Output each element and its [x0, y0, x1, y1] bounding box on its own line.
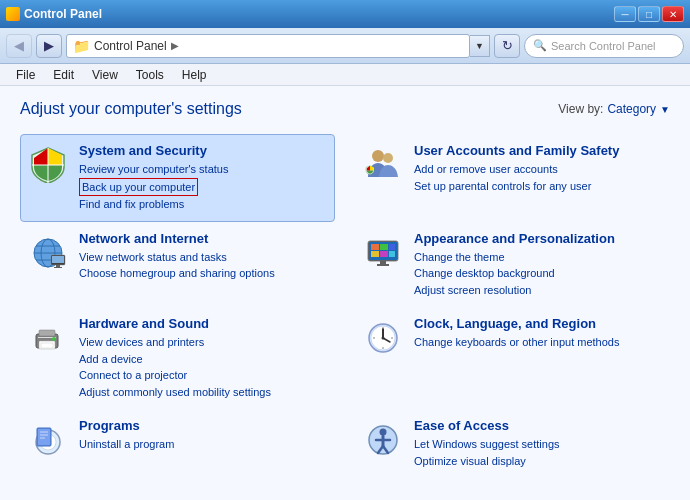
hardware-link-0[interactable]: View devices and printers — [79, 334, 328, 351]
svg-rect-43 — [38, 429, 50, 445]
hardware-link-2[interactable]: Connect to a projector — [79, 367, 328, 384]
close-button[interactable]: ✕ — [662, 6, 684, 22]
system-security-icon — [27, 143, 69, 185]
back-button[interactable]: ◀ — [6, 34, 32, 58]
menu-tools[interactable]: Tools — [128, 66, 172, 84]
content-area: Adjust your computer's settings View by:… — [0, 86, 690, 500]
ease-of-access-title[interactable]: Ease of Access — [414, 418, 663, 433]
window-icon — [6, 7, 20, 21]
address-dropdown-button[interactable]: ▼ — [470, 35, 490, 57]
ease-of-access-icon — [362, 418, 404, 460]
system-security-link-2[interactable]: Find and fix problems — [79, 196, 328, 213]
category-network[interactable]: Network and Internet View network status… — [20, 222, 335, 308]
search-icon: 🔍 — [533, 39, 547, 52]
hardware-link-1[interactable]: Add a device — [79, 351, 328, 368]
refresh-button[interactable]: ↻ — [494, 34, 520, 58]
content-header: Adjust your computer's settings View by:… — [20, 100, 670, 118]
minimize-button[interactable]: ─ — [614, 6, 636, 22]
system-security-link-0[interactable]: Review your computer's status — [79, 161, 328, 178]
category-system-security[interactable]: System and Security Review your computer… — [20, 134, 335, 222]
user-accounts-icon — [362, 143, 404, 185]
menu-help[interactable]: Help — [174, 66, 215, 84]
title-bar-controls: ─ □ ✕ — [614, 6, 684, 22]
appearance-title[interactable]: Appearance and Personalization — [414, 231, 663, 246]
svg-point-27 — [52, 337, 56, 341]
svg-rect-10 — [52, 256, 64, 263]
menu-bar: File Edit View Tools Help — [0, 64, 690, 86]
svg-point-3 — [383, 153, 393, 163]
svg-rect-16 — [380, 244, 388, 250]
title-bar: Control Panel ─ □ ✕ — [0, 0, 690, 28]
appearance-icon — [362, 231, 404, 273]
menu-file[interactable]: File — [8, 66, 43, 84]
programs-link-0[interactable]: Uninstall a program — [79, 436, 328, 453]
appearance-link-0[interactable]: Change the theme — [414, 249, 663, 266]
view-by-value[interactable]: Category — [607, 102, 656, 116]
settings-grid: System and Security Review your computer… — [20, 134, 670, 478]
svg-rect-22 — [377, 264, 389, 266]
window-title: Control Panel — [24, 7, 102, 21]
system-security-content: System and Security Review your computer… — [79, 143, 328, 213]
svg-rect-28 — [41, 343, 53, 348]
user-accounts-content: User Accounts and Family Safety Add or r… — [414, 143, 663, 194]
search-bar[interactable]: 🔍 Search Control Panel — [524, 34, 684, 58]
svg-rect-12 — [54, 267, 62, 268]
address-bar[interactable]: 📁 Control Panel ▶ — [66, 34, 470, 58]
network-content: Network and Internet View network status… — [79, 231, 328, 282]
page-title: Adjust your computer's settings — [20, 100, 242, 118]
svg-point-33 — [382, 337, 385, 340]
clock-content: Clock, Language, and Region Change keybo… — [414, 316, 663, 351]
svg-rect-19 — [380, 251, 388, 257]
hardware-icon — [27, 316, 69, 358]
maximize-button[interactable]: □ — [638, 6, 660, 22]
svg-point-2 — [372, 150, 384, 162]
ease-of-access-link-1[interactable]: Optimize visual display — [414, 453, 663, 470]
search-placeholder: Search Control Panel — [551, 40, 656, 52]
hardware-link-3[interactable]: Adjust commonly used mobility settings — [79, 384, 328, 401]
appearance-link-1[interactable]: Change desktop background — [414, 265, 663, 282]
programs-content: Programs Uninstall a program — [79, 418, 328, 453]
svg-rect-17 — [389, 244, 395, 250]
clock-title[interactable]: Clock, Language, and Region — [414, 316, 663, 331]
user-accounts-title[interactable]: User Accounts and Family Safety — [414, 143, 663, 158]
user-accounts-link-0[interactable]: Add or remove user accounts — [414, 161, 663, 178]
network-icon — [27, 231, 69, 273]
network-link-0[interactable]: View network status and tasks — [79, 249, 328, 266]
category-ease-of-access[interactable]: Ease of Access Let Windows suggest setti… — [355, 409, 670, 478]
title-bar-left: Control Panel — [6, 7, 102, 21]
svg-rect-24 — [39, 330, 55, 336]
system-security-title[interactable]: System and Security — [79, 143, 328, 158]
category-hardware[interactable]: Hardware and Sound View devices and prin… — [20, 307, 335, 409]
ease-of-access-link-0[interactable]: Let Windows suggest settings — [414, 436, 663, 453]
svg-rect-21 — [380, 261, 386, 264]
programs-icon — [27, 418, 69, 460]
category-appearance[interactable]: Appearance and Personalization Change th… — [355, 222, 670, 308]
category-programs[interactable]: Programs Uninstall a program — [20, 409, 335, 478]
hardware-title[interactable]: Hardware and Sound — [79, 316, 328, 331]
clock-icon — [362, 316, 404, 358]
view-by-control: View by: Category ▼ — [558, 102, 670, 116]
ease-of-access-content: Ease of Access Let Windows suggest setti… — [414, 418, 663, 469]
view-by-label: View by: — [558, 102, 603, 116]
forward-button[interactable]: ▶ — [36, 34, 62, 58]
address-label: Control Panel — [94, 39, 167, 53]
category-user-accounts[interactable]: User Accounts and Family Safety Add or r… — [355, 134, 670, 222]
address-separator: ▶ — [171, 40, 179, 51]
folder-icon: 📁 — [73, 38, 90, 54]
svg-rect-20 — [389, 251, 395, 257]
user-accounts-link-1[interactable]: Set up parental controls for any user — [414, 178, 663, 195]
category-clock[interactable]: Clock, Language, and Region Change keybo… — [355, 307, 670, 409]
menu-view[interactable]: View — [84, 66, 126, 84]
programs-title[interactable]: Programs — [79, 418, 328, 433]
network-title[interactable]: Network and Internet — [79, 231, 328, 246]
hardware-content: Hardware and Sound View devices and prin… — [79, 316, 328, 400]
clock-link-0[interactable]: Change keyboards or other input methods — [414, 334, 663, 351]
appearance-content: Appearance and Personalization Change th… — [414, 231, 663, 299]
system-security-link-1[interactable]: Back up your computer — [79, 178, 198, 197]
svg-rect-18 — [371, 251, 379, 257]
view-by-chevron-icon[interactable]: ▼ — [660, 104, 670, 115]
appearance-link-2[interactable]: Adjust screen resolution — [414, 282, 663, 299]
network-link-1[interactable]: Choose homegroup and sharing options — [79, 265, 328, 282]
menu-edit[interactable]: Edit — [45, 66, 82, 84]
svg-rect-15 — [371, 244, 379, 250]
